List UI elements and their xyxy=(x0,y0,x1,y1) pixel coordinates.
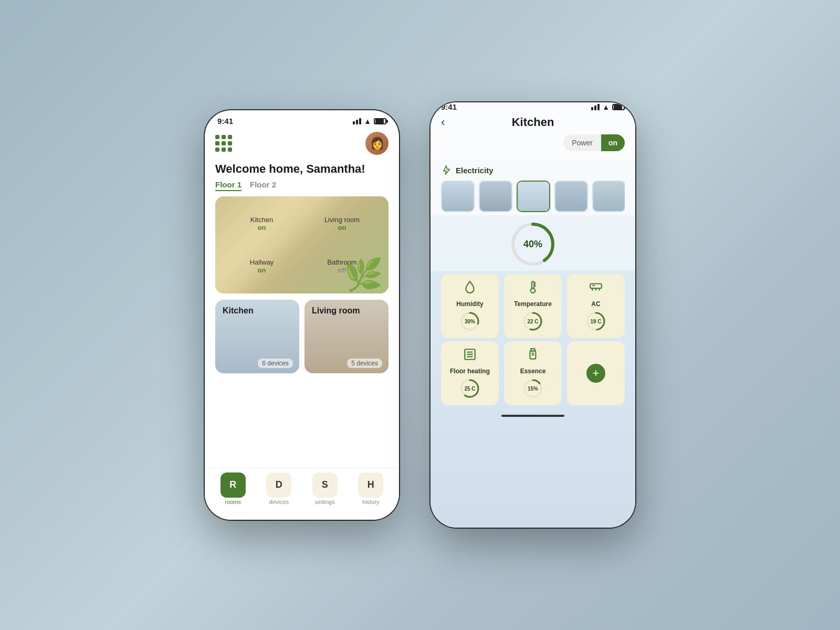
living-device-count: 5 devices xyxy=(347,359,382,368)
ac-label: AC xyxy=(591,300,600,308)
nav-history-icon: H xyxy=(358,472,383,498)
humidity-label: Humidity xyxy=(456,300,483,308)
nav-history[interactable]: H history xyxy=(355,472,386,505)
ac-icon xyxy=(589,280,603,297)
room-kitchen[interactable]: Kitchen on xyxy=(224,205,300,243)
room-cards-grid: Kitchen 6 devices Living room 5 devices xyxy=(215,300,388,373)
temperature-icon xyxy=(526,280,540,297)
device-card-floor-heating[interactable]: Floor heating 25 C xyxy=(441,341,499,405)
nav-settings-icon: S xyxy=(312,472,338,498)
light-thumb-2[interactable] xyxy=(479,181,512,212)
light-thumb-4[interactable] xyxy=(554,181,588,212)
kitchen-header-section: ‹ Kitchen Power on xyxy=(430,111,635,160)
light-thumb-1[interactable] xyxy=(441,181,475,212)
room-hallway-name: Hallway xyxy=(250,258,274,266)
nav-rooms-label: rooms xyxy=(225,499,241,505)
wifi-icon: ▲ xyxy=(364,117,371,125)
home-bar xyxy=(501,415,564,417)
battery-right-fill xyxy=(614,105,622,109)
avatar[interactable]: 👩 xyxy=(365,132,388,155)
floor-heating-icon xyxy=(463,348,477,364)
signal-bar-2 xyxy=(356,120,358,124)
nav-settings[interactable]: S settings xyxy=(309,472,341,505)
device-card-temperature[interactable]: Temperature 22 C xyxy=(504,274,562,338)
living-card-title: Living room xyxy=(312,306,360,316)
status-bar-left: 9:41 ▲ xyxy=(205,110,399,128)
device-card-essence[interactable]: Essence 15% xyxy=(504,341,562,405)
power-toggle-switch[interactable]: on xyxy=(601,134,625,151)
status-icons-left: ▲ xyxy=(353,117,386,125)
kitchen-title: Kitchen xyxy=(512,116,554,129)
temperature-ring: 22 C xyxy=(522,311,543,332)
power-toggle: Power on xyxy=(441,134,625,151)
ac-value-container: 19 C xyxy=(585,311,606,332)
svg-rect-11 xyxy=(590,284,602,289)
grid-dot xyxy=(222,148,226,152)
essence-ring: 15% xyxy=(522,378,543,399)
grid-dot xyxy=(228,141,232,145)
battery-right-icon xyxy=(612,104,625,110)
gauge-container: 40% xyxy=(430,215,635,271)
nav-rooms[interactable]: R rooms xyxy=(217,472,249,505)
add-device-card[interactable]: + xyxy=(567,341,625,405)
floor-tabs: Floor 1 Floor 2 xyxy=(205,180,399,196)
device-card-ac[interactable]: AC 19 C xyxy=(567,274,625,338)
nav-devices-icon: D xyxy=(266,472,291,498)
plant-decoration: 🌿 xyxy=(344,256,383,293)
essence-label: Essence xyxy=(520,368,546,375)
back-button[interactable]: ‹ xyxy=(441,116,445,129)
light-thumb-3[interactable] xyxy=(517,181,550,212)
grid-dot xyxy=(228,148,232,152)
right-content: 9:41 ▲ xyxy=(430,102,635,528)
humidity-icon xyxy=(463,280,477,297)
device-card-humidity[interactable]: Humidity 30% xyxy=(441,274,499,338)
room-card-living[interactable]: Living room 5 devices xyxy=(304,300,388,373)
phone-right-body: 9:41 ▲ xyxy=(430,102,635,528)
light-thumb-5[interactable] xyxy=(592,181,625,212)
temperature-value: 22 C xyxy=(527,319,538,324)
home-indicator xyxy=(430,411,635,419)
humidity-ring: 30% xyxy=(459,311,480,332)
ac-ring: 19 C xyxy=(585,311,606,332)
essence-value: 15% xyxy=(528,386,538,392)
floor-heating-value: 25 C xyxy=(464,386,475,392)
temperature-label: Temperature xyxy=(514,300,552,308)
electricity-icon xyxy=(441,165,452,175)
device-cards-row2: Floor heating 25 C xyxy=(430,341,635,411)
grid-dot xyxy=(222,141,226,145)
nav-devices[interactable]: D devices xyxy=(263,472,295,505)
power-label: Power xyxy=(563,134,601,151)
top-row: 👩 xyxy=(205,128,399,157)
add-icon[interactable]: + xyxy=(586,364,605,383)
room-kitchen-status: on xyxy=(258,224,266,232)
signal-bar-3 xyxy=(359,118,361,124)
grid-dot xyxy=(228,135,232,139)
nav-devices-label: devices xyxy=(269,499,289,505)
time-right: 9:41 xyxy=(441,102,457,111)
humidity-value: 30% xyxy=(465,319,475,324)
electricity-section: Electricity xyxy=(430,160,635,215)
essence-value-container: 15% xyxy=(522,378,543,399)
status-icons-right: ▲ xyxy=(591,103,625,111)
floor-tab-2[interactable]: Floor 2 xyxy=(250,180,276,191)
floor-tab-1[interactable]: Floor 1 xyxy=(215,180,242,191)
gauge-value: 40% xyxy=(523,239,542,250)
floor-heating-value-container: 25 C xyxy=(459,378,480,399)
temperature-value-container: 22 C xyxy=(522,311,543,332)
electricity-header: Electricity xyxy=(441,165,625,175)
room-overview[interactable]: Kitchen on Living room on Hallway on Bat… xyxy=(215,196,388,293)
signal-bar-r1 xyxy=(591,107,593,110)
menu-icon[interactable] xyxy=(215,135,232,152)
room-hallway[interactable]: Hallway on xyxy=(224,247,300,286)
svg-point-5 xyxy=(531,288,536,293)
nav-settings-label: settings xyxy=(315,499,335,505)
room-card-kitchen[interactable]: Kitchen 6 devices xyxy=(215,300,299,373)
ac-value: 19 C xyxy=(590,319,601,324)
room-living-name: Living room xyxy=(324,216,360,224)
signal-bar-r2 xyxy=(594,106,596,110)
room-living[interactable]: Living room on xyxy=(304,205,380,243)
room-living-status: on xyxy=(338,224,346,232)
battery-icon xyxy=(374,118,386,124)
grid-dot xyxy=(222,135,226,139)
humidity-value-container: 30% xyxy=(459,311,480,332)
